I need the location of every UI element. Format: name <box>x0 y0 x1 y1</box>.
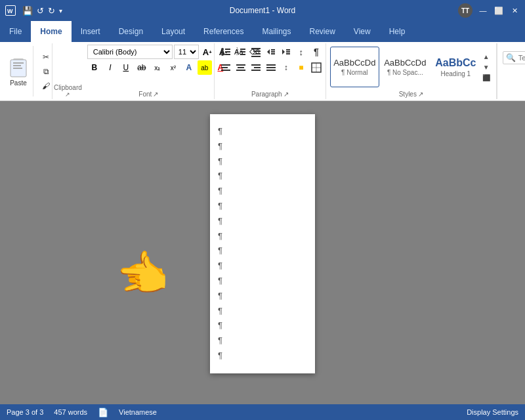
svg-rect-28 <box>286 49 290 51</box>
customize-quick-access[interactable]: ▾ <box>59 7 62 14</box>
superscript-button[interactable]: x² <box>166 60 180 75</box>
svg-rect-38 <box>254 67 261 68</box>
tab-home[interactable]: Home <box>31 21 71 42</box>
tab-insert[interactable]: Insert <box>72 21 110 42</box>
tab-layout[interactable]: Layout <box>152 21 194 42</box>
highlight-button[interactable]: ab <box>198 60 212 75</box>
svg-rect-24 <box>271 49 275 51</box>
language[interactable]: Vietnamese <box>119 408 157 416</box>
decrease-indent-button[interactable] <box>264 45 278 59</box>
clipboard-mini-buttons: ✂ ⧉ 🖌 <box>39 46 53 96</box>
restore-button[interactable]: ⬜ <box>494 5 504 16</box>
subscript-button[interactable]: x₂ <box>150 60 165 75</box>
cut-button[interactable]: ✂ <box>39 51 53 64</box>
style-items: AaBbCcDd ¶ Normal AaBbCcDd ¶ No Spac... … <box>330 47 480 87</box>
grow-font-button[interactable]: A+ <box>200 45 215 59</box>
show-marks-button[interactable]: ¶ <box>309 45 324 59</box>
user-avatar[interactable]: TT <box>458 3 472 18</box>
increase-indent-button[interactable] <box>279 45 293 59</box>
svg-rect-30 <box>286 53 290 54</box>
svg-rect-26 <box>271 53 275 54</box>
tab-design[interactable]: Design <box>110 21 152 42</box>
numbering-button[interactable]: 1.2.3. <box>234 45 248 59</box>
svg-rect-21 <box>255 53 261 54</box>
tab-references[interactable]: References <box>194 21 253 42</box>
line-spacing-button[interactable]: ↕ <box>279 60 293 75</box>
multilevel-list-button[interactable] <box>249 45 263 59</box>
tab-file[interactable]: File <box>0 21 31 42</box>
svg-marker-27 <box>282 49 285 54</box>
font-name-select[interactable]: Calibri (Body) <box>87 45 173 59</box>
borders-button[interactable] <box>309 60 324 75</box>
document-area: ¶ ¶ ¶ ¶ ¶ ¶ ¶ ¶ ¶ ¶ ¶ ¶ ¶ ¶ ¶ ¶ 🤙 👈 <box>0 101 525 404</box>
underline-button[interactable]: U <box>119 60 133 75</box>
doc-check-icon[interactable]: 📄 <box>98 408 108 417</box>
editing-indicator: ✏️ Editing <box>503 70 525 92</box>
para-mark-1: ¶ <box>218 125 307 138</box>
italic-button[interactable]: I <box>103 60 117 75</box>
paragraph-group-label: Paragraph ↗ <box>219 91 322 98</box>
ribbon-tabs: File Home Insert Design Layout Reference… <box>0 21 525 42</box>
svg-rect-10 <box>225 51 230 52</box>
style-normal[interactable]: AaBbCcDd ¶ Normal <box>330 47 379 87</box>
tab-help[interactable]: Help <box>380 21 415 42</box>
bullets-button[interactable] <box>219 45 233 59</box>
align-center-button[interactable] <box>234 60 248 75</box>
paste-label: Paste <box>10 79 27 87</box>
display-settings[interactable]: Display Settings <box>467 408 518 416</box>
bold-button[interactable]: B <box>87 60 102 75</box>
styles-expand[interactable]: ⬛ <box>482 73 491 82</box>
save-button[interactable]: 💾 <box>22 6 33 16</box>
font-size-select[interactable]: 11 <box>174 45 199 59</box>
svg-rect-19 <box>251 48 261 49</box>
font-group: Calibri (Body) 11 A+ A- Aa ⌫ B I U ab x₂… <box>83 43 215 99</box>
para-mark-4: ¶ <box>218 169 307 183</box>
style-nospace-label: ¶ No Spac... <box>387 69 423 76</box>
ribbon: Paste ✂ ⧉ 🖌 Clipboard ↗ Calibri (Body) 1… <box>0 42 525 101</box>
paragraph-row-2: ↕ ■ <box>219 60 324 75</box>
font-group-label: Font ↗ <box>87 91 210 98</box>
clipboard-group: Paste ✂ ⧉ 🖌 <box>0 43 52 99</box>
word-count: 457 words <box>54 408 87 416</box>
redo-button[interactable]: ↻ <box>48 6 55 16</box>
shading-button[interactable]: ■ <box>294 60 308 75</box>
close-button[interactable]: ✕ <box>509 5 520 16</box>
svg-rect-8 <box>225 49 230 50</box>
format-painter-button[interactable]: 🖌 <box>39 79 53 93</box>
para-mark-12: ¶ <box>218 289 307 303</box>
svg-rect-4 <box>13 62 24 64</box>
undo-button[interactable]: ↺ <box>37 6 44 16</box>
svg-rect-16 <box>240 51 245 52</box>
style-heading1[interactable]: AaBbCc Heading 1 <box>431 47 480 87</box>
search-box[interactable]: 🔍 <box>503 51 525 64</box>
sort-button[interactable]: ↕ <box>294 45 308 59</box>
tab-mailings[interactable]: Mailings <box>253 21 300 42</box>
style-no-spacing[interactable]: AaBbCcDd ¶ No Spac... <box>381 47 430 87</box>
minimize-button[interactable]: — <box>478 5 488 16</box>
font-expand-button[interactable]: ↗ <box>153 91 158 98</box>
clipboard-expand[interactable]: ↗ <box>65 91 70 98</box>
search-input[interactable] <box>518 54 525 62</box>
tab-view[interactable]: View <box>345 21 380 42</box>
copy-button[interactable]: ⧉ <box>39 65 53 78</box>
align-left-button[interactable] <box>219 60 233 75</box>
paragraph-expand-button[interactable]: ↗ <box>284 91 289 98</box>
window-controls: TT — ⬜ ✕ <box>458 3 520 18</box>
styles-expand-button[interactable]: ↗ <box>418 91 423 98</box>
svg-rect-20 <box>253 51 261 52</box>
document-page: ¶ ¶ ¶ ¶ ¶ ¶ ¶ ¶ ¶ ¶ ¶ ¶ ¶ ¶ ¶ ¶ <box>210 114 315 373</box>
svg-marker-23 <box>267 49 270 54</box>
svg-rect-35 <box>238 67 244 68</box>
styles-scroll-up[interactable]: ▲ <box>482 52 491 61</box>
svg-rect-6 <box>13 68 22 69</box>
justify-button[interactable] <box>264 60 278 75</box>
text-effects-button[interactable]: A <box>182 60 196 75</box>
paste-button[interactable]: Paste <box>4 46 33 96</box>
strikethrough-button[interactable]: ab <box>135 60 149 75</box>
styles-scroll-down[interactable]: ▼ <box>482 62 491 72</box>
align-right-button[interactable] <box>249 60 263 75</box>
style-normal-preview: AaBbCcDd <box>333 58 375 68</box>
svg-point-11 <box>221 53 224 56</box>
svg-rect-14 <box>240 49 245 50</box>
tab-review[interactable]: Review <box>300 21 344 42</box>
